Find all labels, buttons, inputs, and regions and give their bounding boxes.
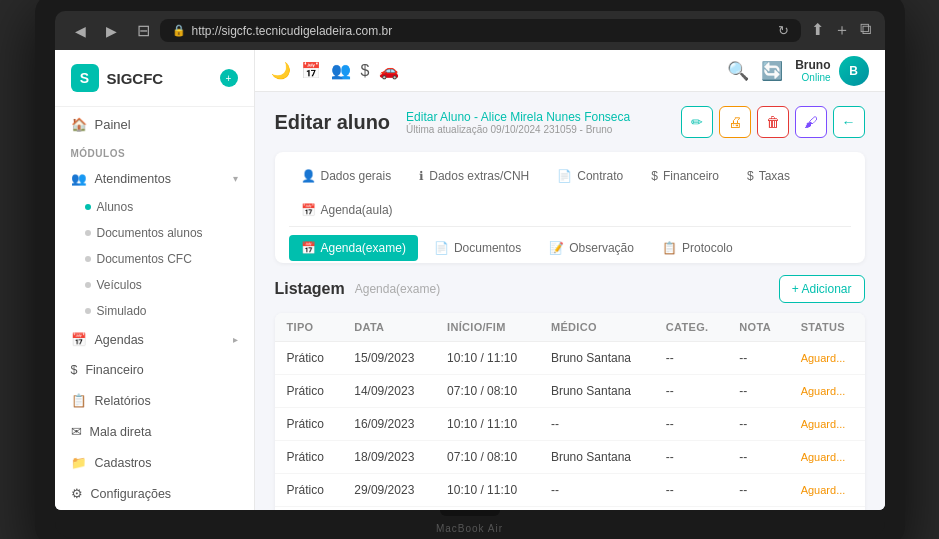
veiculos-label: Veículos	[97, 278, 142, 292]
users-icon[interactable]: 👥	[331, 61, 351, 80]
table-row[interactable]: Prático 15/09/2023 10:10 / 11:10 Bruno S…	[275, 342, 865, 375]
refresh-action-icon[interactable]: 🔄	[761, 60, 783, 82]
calendar-icon[interactable]: 📅	[301, 61, 321, 80]
sidebar-item-documentos-cfc[interactable]: Documentos CFC	[55, 246, 254, 272]
tab-observacao[interactable]: 📝 Observação	[537, 235, 646, 261]
refresh-icon[interactable]: ↻	[778, 23, 789, 38]
cell-nota: --	[727, 474, 788, 507]
agenda-exame-tab-icon: 📅	[301, 241, 316, 255]
edit-button[interactable]: ✏	[681, 106, 713, 138]
simulado-label: Simulado	[97, 304, 147, 318]
address-bar[interactable]: 🔒 http://sigcfc.tecnicudigeladeira.com.b…	[160, 19, 801, 42]
sidebar-item-alunos[interactable]: Alunos	[55, 194, 254, 220]
back-button[interactable]: ←	[833, 106, 865, 138]
listing-header: Listagem Agenda(exame) + Adicionar	[275, 275, 865, 303]
table-row[interactable]: Prático 18/09/2023 07:10 / 08:10 Bruno S…	[275, 441, 865, 474]
sidebar-logo: S SIGCFC +	[55, 50, 254, 107]
sidebar-item-simulado[interactable]: Simulado	[55, 298, 254, 324]
moon-icon[interactable]: 🌙	[271, 61, 291, 80]
contract-tab-icon: 📄	[557, 169, 572, 183]
configuracoes-icon: ⚙	[71, 486, 83, 501]
cell-medico: Bruno Santana	[539, 441, 654, 474]
new-tab-icon[interactable]: ＋	[834, 20, 850, 41]
sidebar-item-atendimentos[interactable]: 👥 Atendimentos ▾	[55, 163, 254, 194]
sidebar-item-auditoria[interactable]: 🔒 Auditoria	[55, 509, 254, 510]
car-icon[interactable]: 🚗	[379, 61, 399, 80]
print-button[interactable]: 🖨	[719, 106, 751, 138]
tab-financeiro[interactable]: $ Financeiro	[639, 162, 731, 192]
painel-label: Painel	[95, 117, 131, 132]
tab-agenda-aula[interactable]: 📅 Agenda(aula)	[289, 196, 405, 226]
relatorios-label: Relatórios	[95, 394, 151, 408]
paint-button[interactable]: 🖌	[795, 106, 827, 138]
bookmarks-icon[interactable]: ⊟	[137, 21, 150, 40]
cell-data: 18/09/2023	[342, 441, 435, 474]
tab-contrato[interactable]: 📄 Contrato	[545, 162, 635, 192]
tabs-row-2: 📅 Agenda(exame) 📄 Documentos 📝 Observaçã…	[289, 227, 851, 263]
table-row[interactable]: Prático 14/09/2023 07:10 / 08:10 Bruno S…	[275, 375, 865, 408]
cell-tipo: Prático	[275, 507, 343, 511]
tab-agenda-aula-label: Agenda(aula)	[321, 203, 393, 217]
sidebar-item-financeiro[interactable]: $ Financeiro	[55, 355, 254, 385]
table-row[interactable]: Prático 16/09/2023 10:10 / 11:10 -- -- -…	[275, 408, 865, 441]
dot-icon	[85, 256, 91, 262]
macbook-bottom: MacBook Air	[55, 518, 885, 538]
home-icon: 🏠	[71, 117, 87, 132]
tab-dados-gerais[interactable]: 👤 Dados gerais	[289, 162, 404, 192]
agendas-label: Agendas	[95, 333, 144, 347]
tab-documentos[interactable]: 📄 Documentos	[422, 235, 533, 261]
delete-button[interactable]: 🗑	[757, 106, 789, 138]
sidebar-item-cadastros[interactable]: 📁 Cadastros	[55, 447, 254, 478]
user-name: Bruno	[795, 58, 830, 72]
sidebar-item-documentos-alunos[interactable]: Documentos alunos	[55, 220, 254, 246]
cell-data: 15/09/2023	[342, 342, 435, 375]
info-tab-icon: ℹ	[419, 169, 424, 183]
page-header: Editar aluno Editar Aluno - Alice Mirela…	[275, 106, 865, 138]
share-icon[interactable]: ⬆	[811, 20, 824, 41]
sidebar-item-veiculos[interactable]: Veículos	[55, 272, 254, 298]
tabs-row-1: 👤 Dados gerais ℹ Dados extras/CNH 📄 Cont…	[289, 162, 851, 227]
tab-agenda-exame-label: Agenda(exame)	[321, 241, 406, 255]
cell-data: 29/09/2023	[342, 474, 435, 507]
cell-nota: --	[727, 342, 788, 375]
cell-tipo: Prático	[275, 474, 343, 507]
forward-nav-button[interactable]: ▶	[100, 21, 123, 41]
mala-direta-icon: ✉	[71, 424, 82, 439]
tab-protocolo[interactable]: 📋 Protocolo	[650, 235, 745, 261]
sidebar-item-agendas[interactable]: 📅 Agendas ▸	[55, 324, 254, 355]
agenda-aula-tab-icon: 📅	[301, 203, 316, 217]
browser-nav: ◀ ▶	[69, 21, 123, 41]
sidebar-item-mala-direta[interactable]: ✉ Mala direta	[55, 416, 254, 447]
tabs-overview-icon[interactable]: ⧉	[860, 20, 871, 41]
sidebar-item-painel[interactable]: 🏠 Painel	[55, 107, 254, 142]
chevron-down-icon: ▾	[233, 173, 238, 184]
cell-data: 14/09/2023	[342, 375, 435, 408]
topbar-right: 🔍 🔄 Bruno Online B	[727, 56, 868, 86]
documentos-cfc-label: Documentos CFC	[97, 252, 192, 266]
tab-taxas[interactable]: $ Taxas	[735, 162, 802, 192]
cell-inicio-fim: 10:10 / 11:10	[435, 408, 539, 441]
documentos-alunos-label: Documentos alunos	[97, 226, 203, 240]
col-data: DATA	[342, 313, 435, 342]
tab-taxas-label: Taxas	[759, 169, 790, 183]
search-icon[interactable]: 🔍	[727, 60, 749, 82]
table-row[interactable]: Prático 29/09/2023 06:10 / 07:10 -- B --…	[275, 507, 865, 511]
tab-agenda-exame[interactable]: 📅 Agenda(exame)	[289, 235, 418, 261]
dollar-icon[interactable]: $	[361, 62, 370, 80]
tab-dados-extras-label: Dados extras/CNH	[429, 169, 529, 183]
relatorios-icon: 📋	[71, 393, 87, 408]
dot-icon	[85, 308, 91, 314]
cell-nota: --	[727, 507, 788, 511]
tab-dados-extras[interactable]: ℹ Dados extras/CNH	[407, 162, 541, 192]
browser-actions: ⬆ ＋ ⧉	[811, 20, 871, 41]
back-nav-button[interactable]: ◀	[69, 21, 92, 41]
add-button[interactable]: + Adicionar	[779, 275, 865, 303]
sidebar-item-configuracoes[interactable]: ⚙ Configurações	[55, 478, 254, 509]
cell-medico: --	[539, 474, 654, 507]
tabs-container: 👤 Dados gerais ℹ Dados extras/CNH 📄 Cont…	[275, 152, 865, 263]
sidebar-item-relatorios[interactable]: 📋 Relatórios	[55, 385, 254, 416]
notch	[440, 510, 500, 516]
table-row[interactable]: Prático 29/09/2023 10:10 / 11:10 -- -- -…	[275, 474, 865, 507]
cell-status: Aguard...	[789, 342, 865, 375]
tab-protocolo-label: Protocolo	[682, 241, 733, 255]
